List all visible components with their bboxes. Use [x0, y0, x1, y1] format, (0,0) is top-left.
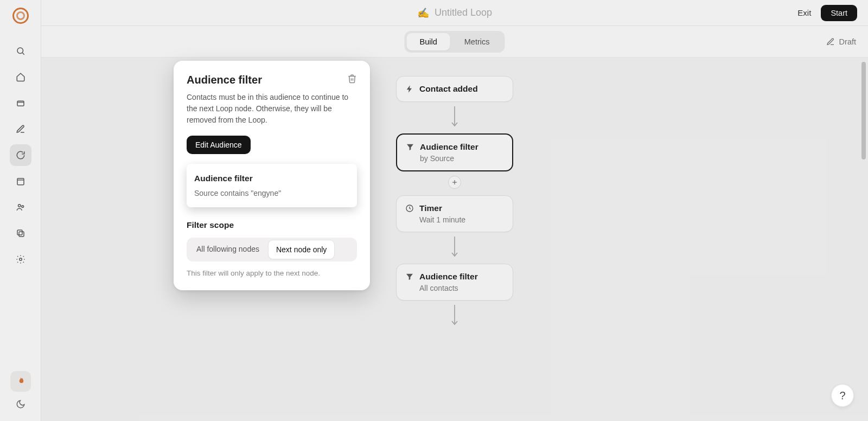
audience-summary-rule: Source contains "engyne" — [194, 189, 349, 197]
page-title-wrap[interactable]: ✍️ Untitled Loop — [417, 7, 492, 19]
nav-people[interactable] — [10, 196, 31, 218]
node-audience-filter-all[interactable]: Audience filter All contacts — [396, 264, 513, 301]
exit-button[interactable]: Exit — [797, 8, 811, 17]
node-timer[interactable]: Timer Wait 1 minute — [396, 195, 513, 232]
delete-node-button[interactable] — [347, 74, 357, 86]
nav-trending[interactable] — [10, 371, 31, 392]
node-settings-panel: Audience filter Contacts must be in this… — [174, 61, 370, 290]
people-icon — [16, 202, 25, 212]
page-title: Untitled Loop — [435, 7, 492, 18]
panel-description: Contacts must be in this audience to con… — [187, 92, 357, 126]
refresh-icon — [16, 150, 25, 160]
node-title: Audience filter — [419, 272, 478, 282]
box-icon — [16, 98, 25, 108]
help-button[interactable]: ? — [831, 384, 854, 407]
copy-icon — [16, 228, 25, 238]
node-title: Contact added — [419, 84, 478, 94]
home-icon — [16, 72, 25, 82]
scrollbar-thumb[interactable] — [861, 62, 866, 160]
flow-arrow — [451, 232, 458, 264]
tab-build[interactable]: Build — [407, 33, 450, 50]
node-subtitle: Wait 1 minute — [419, 215, 504, 224]
top-header: ✍️ Untitled Loop Exit Start — [41, 0, 868, 26]
nav-settings[interactable] — [10, 248, 31, 270]
svg-rect-7 — [17, 230, 22, 235]
theme-toggle[interactable] — [16, 399, 25, 411]
status-indicator: Draft — [826, 37, 856, 46]
canvas[interactable]: Contact added Audience filter by Source — [41, 58, 868, 421]
scope-all-following[interactable]: All following nodes — [189, 240, 267, 259]
flow-arrow — [451, 102, 458, 133]
nav-copy[interactable] — [10, 222, 31, 244]
title-emoji: ✍️ — [417, 7, 429, 19]
svg-point-0 — [17, 48, 23, 54]
svg-point-5 — [21, 206, 23, 208]
svg-rect-6 — [19, 232, 24, 237]
node-audience-filter-source[interactable]: Audience filter by Source — [396, 133, 513, 171]
nav-home[interactable] — [10, 66, 31, 88]
start-button[interactable]: Start — [821, 5, 857, 21]
filter-icon — [405, 272, 414, 281]
tab-group: Build Metrics — [405, 31, 505, 53]
filter-scope-hint: This filter will only apply to the next … — [187, 269, 357, 277]
fire-icon — [16, 377, 25, 386]
filter-icon — [406, 143, 414, 151]
scope-next-only[interactable]: Next node only — [268, 240, 335, 259]
help-icon: ? — [839, 390, 845, 402]
gear-icon — [16, 254, 25, 264]
nav-compose[interactable] — [10, 118, 31, 140]
node-title: Audience filter — [420, 142, 478, 152]
trash-icon — [347, 74, 357, 84]
nav-loops[interactable] — [10, 144, 31, 166]
node-subtitle: All contacts — [419, 284, 504, 292]
flow-arrow — [451, 301, 458, 332]
sub-header: Build Metrics Draft — [41, 26, 868, 58]
status-label: Draft — [839, 37, 856, 46]
nav-box[interactable] — [10, 92, 31, 114]
nav-calendar[interactable] — [10, 170, 31, 192]
node-subtitle: by Source — [420, 154, 503, 163]
bolt-icon — [405, 85, 414, 93]
filter-scope-title: Filter scope — [187, 220, 357, 230]
plus-icon — [451, 179, 458, 186]
moon-icon — [16, 399, 25, 409]
audience-summary-title: Audience filter — [194, 174, 349, 183]
panel-title: Audience filter — [187, 74, 262, 86]
node-title: Timer — [419, 203, 442, 213]
filter-scope-segmented: All following nodes Next node only — [187, 238, 357, 261]
canvas-scrollbar[interactable] — [861, 62, 866, 417]
search-icon — [16, 46, 25, 56]
nav-search[interactable] — [10, 40, 31, 62]
clock-icon — [405, 204, 414, 213]
audience-summary-card[interactable]: Audience filter Source contains "engyne" — [187, 164, 357, 207]
draft-icon — [826, 37, 835, 46]
flow-column: Contact added Audience filter by Source — [393, 76, 516, 332]
tab-metrics[interactable]: Metrics — [451, 33, 503, 50]
svg-line-1 — [22, 53, 24, 54]
svg-point-4 — [18, 205, 21, 207]
svg-rect-2 — [17, 101, 24, 106]
sidebar — [0, 0, 41, 421]
pencil-icon — [16, 124, 25, 134]
edit-audience-button[interactable]: Edit Audience — [187, 136, 251, 154]
add-node-button[interactable] — [448, 176, 461, 189]
svg-rect-3 — [17, 178, 24, 185]
node-contact-added[interactable]: Contact added — [396, 76, 513, 102]
calendar-icon — [16, 176, 25, 186]
svg-point-8 — [19, 258, 22, 261]
app-logo[interactable] — [12, 8, 29, 24]
